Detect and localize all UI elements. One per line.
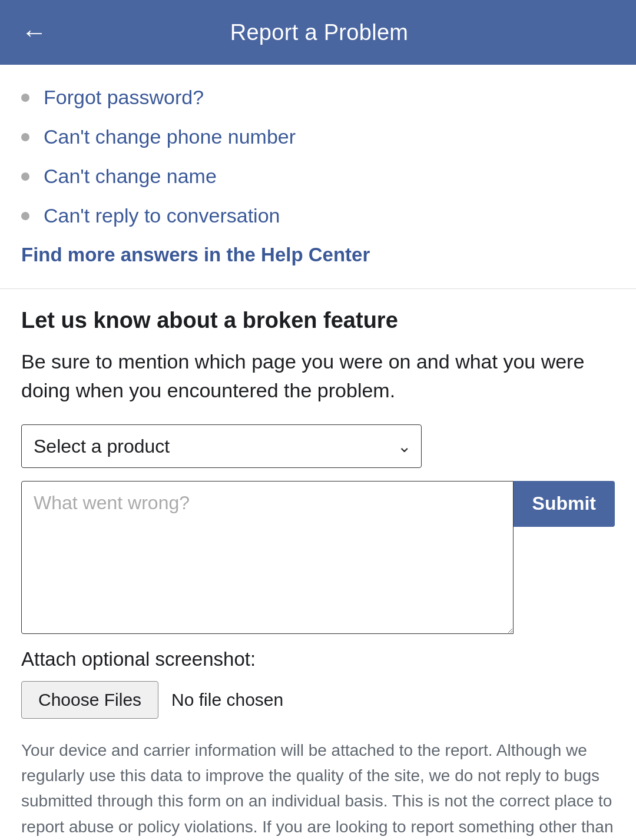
problem-textarea[interactable] bbox=[21, 481, 514, 634]
help-center-link[interactable]: Find more answers in the Help Center bbox=[21, 244, 615, 266]
file-input-row: Choose Files No file chosen bbox=[21, 681, 615, 719]
cant-change-phone-link[interactable]: Can't change phone number bbox=[44, 125, 296, 148]
list-item: Can't reply to conversation bbox=[21, 204, 615, 227]
page-title: Report a Problem bbox=[59, 20, 579, 45]
attach-label: Attach optional screenshot: bbox=[21, 648, 615, 670]
disclaimer-text: Your device and carrier information will… bbox=[21, 738, 615, 840]
list-item: Can't change name bbox=[21, 165, 615, 188]
textarea-submit-row: Submit bbox=[21, 481, 615, 634]
choose-files-button[interactable]: Choose Files bbox=[21, 681, 158, 719]
quick-links-section: Forgot password? Can't change phone numb… bbox=[0, 65, 636, 272]
list-item: Can't change phone number bbox=[21, 125, 615, 148]
cant-reply-link[interactable]: Can't reply to conversation bbox=[44, 204, 280, 227]
bullet-icon bbox=[21, 94, 29, 102]
product-select[interactable]: Select a product Facebook Messenger Inst… bbox=[21, 424, 422, 468]
bullet-icon bbox=[21, 212, 29, 220]
submit-button[interactable]: Submit bbox=[514, 481, 615, 527]
list-item: Forgot password? bbox=[21, 86, 615, 109]
forgot-password-link[interactable]: Forgot password? bbox=[44, 86, 204, 109]
main-content: Let us know about a broken feature Be su… bbox=[0, 289, 636, 840]
back-button[interactable]: ← bbox=[21, 19, 47, 45]
cant-change-name-link[interactable]: Can't change name bbox=[44, 165, 217, 188]
no-file-text: No file chosen bbox=[171, 690, 283, 710]
form-description: Be sure to mention which page you were o… bbox=[21, 347, 615, 406]
disclaimer-body: Your device and carrier information will… bbox=[21, 741, 613, 840]
quick-links-list: Forgot password? Can't change phone numb… bbox=[21, 86, 615, 227]
bullet-icon bbox=[21, 172, 29, 181]
bullet-icon bbox=[21, 133, 29, 141]
product-select-wrapper: Select a product Facebook Messenger Inst… bbox=[21, 424, 422, 468]
header: ← Report a Problem bbox=[0, 0, 636, 65]
form-heading: Let us know about a broken feature bbox=[21, 308, 615, 333]
